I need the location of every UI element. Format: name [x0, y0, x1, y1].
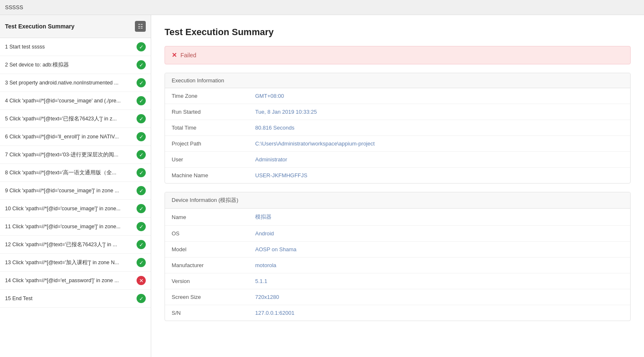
- sidebar-item[interactable]: 12 Click 'xpath=//*[@text='已报名76423人']' …: [0, 236, 151, 254]
- sidebar-item[interactable]: 10 Click 'xpath=//*[@id='course_image']'…: [0, 200, 151, 218]
- row-value: 5.1.1: [248, 273, 630, 289]
- sidebar-item-label: 7 Click 'xpath=//*[@text='03-进行更深层次的阅...: [5, 151, 137, 158]
- failure-icon: ✕: [137, 276, 146, 285]
- sidebar-item[interactable]: 13 Click 'xpath=//*[@text='加入课程']' in zo…: [0, 254, 151, 272]
- table-row: Project PathC:\Users\Administrator\works…: [165, 136, 630, 152]
- row-label: Manufacturer: [165, 258, 248, 273]
- table-row: Machine NameUSER-JKFMHGFFJS: [165, 168, 630, 184]
- sidebar-item[interactable]: 9 Click 'xpath=//*[@id='course_image']' …: [0, 182, 151, 200]
- row-label: OS: [165, 226, 248, 242]
- row-value: Administrator: [248, 152, 630, 168]
- table-row: Run StartedTue, 8 Jan 2019 10:33:25: [165, 104, 630, 120]
- sidebar-item-label: 9 Click 'xpath=//*[@id='course_image']' …: [5, 188, 137, 194]
- grid-icon[interactable]: ☷: [135, 21, 146, 32]
- success-icon: ✓: [137, 258, 146, 267]
- success-icon: ✓: [137, 78, 146, 87]
- row-value: GMT+08:00: [248, 88, 630, 104]
- device-info-header: Device Information (模拟器): [165, 192, 630, 209]
- device-info-table: Name模拟器OSAndroidModelAOSP on ShamaManufa…: [165, 209, 630, 321]
- row-value: motorola: [248, 258, 630, 273]
- row-value: Android: [248, 226, 630, 242]
- row-value: C:\Users\Administrator\workspace\appium-…: [248, 136, 630, 152]
- main-layout: Test Execution Summary ☷ 1 Start test ss…: [0, 15, 644, 357]
- sidebar-item[interactable]: 4 Click 'xpath=//*[@id='course_image' an…: [0, 92, 151, 110]
- sidebar-item-label: 2 Set device to: adb:模拟器: [5, 61, 137, 69]
- row-value: Tue, 8 Jan 2019 10:33:25: [248, 104, 630, 120]
- main-content: Test Execution Summary ✕ Failed Executio…: [151, 15, 644, 357]
- row-label: S/N: [165, 305, 248, 321]
- row-label: Run Started: [165, 104, 248, 120]
- sidebar-item-label: 13 Click 'xpath=//*[@text='加入课程']' in zo…: [5, 259, 137, 266]
- sidebar-item[interactable]: 15 End Test✓: [0, 290, 151, 308]
- page-title: Test Execution Summary: [165, 27, 631, 38]
- sidebar-item[interactable]: 11 Click 'xpath=//*[@id='course_image']'…: [0, 218, 151, 236]
- sidebar-item-label: 1 Start test sssss: [5, 44, 137, 50]
- row-value: AOSP on Shama: [248, 242, 630, 258]
- sidebar-scroll[interactable]: 1 Start test sssss✓2 Set device to: adb:…: [0, 38, 151, 357]
- table-row: UserAdministrator: [165, 152, 630, 168]
- table-row: Version5.1.1: [165, 273, 630, 289]
- sidebar-item-label: 6 Click 'xpath=//*[@id='ll_enroll']' in …: [5, 134, 137, 140]
- success-icon: ✓: [137, 186, 146, 195]
- row-value: 127.0.0.1:62001: [248, 305, 630, 321]
- table-row: OSAndroid: [165, 226, 630, 242]
- success-icon: ✓: [137, 132, 146, 141]
- sidebar-item-label: 8 Click 'xpath=//*[@text='高一语文通用版（全...: [5, 169, 137, 176]
- row-label: Total Time: [165, 120, 248, 136]
- sidebar-item[interactable]: 7 Click 'xpath=//*[@text='03-进行更深层次的阅...…: [0, 146, 151, 164]
- success-icon: ✓: [137, 42, 146, 51]
- row-label: Machine Name: [165, 168, 248, 184]
- success-icon: ✓: [137, 222, 146, 231]
- table-row: Time ZoneGMT+08:00: [165, 88, 630, 104]
- sidebar-item-label: 15 End Test: [5, 296, 137, 301]
- row-value: 模拟器: [248, 209, 630, 226]
- table-row: Screen Size720x1280: [165, 289, 630, 305]
- table-row: ModelAOSP on Shama: [165, 242, 630, 258]
- success-icon: ✓: [137, 150, 146, 159]
- success-icon: ✓: [137, 204, 146, 213]
- sidebar-item-label: 12 Click 'xpath=//*[@text='已报名76423人']' …: [5, 241, 137, 248]
- row-label: Model: [165, 242, 248, 258]
- row-label: Project Path: [165, 136, 248, 152]
- sidebar-item-label: 10 Click 'xpath=//*[@id='course_image']'…: [5, 206, 137, 212]
- sidebar-item[interactable]: 3 Set property android.native.nonInstrum…: [0, 74, 151, 92]
- sidebar-item[interactable]: 14 Click 'xpath=//*[@id='et_password']' …: [0, 272, 151, 290]
- success-icon: ✓: [137, 294, 146, 303]
- success-icon: ✓: [137, 114, 146, 123]
- row-label: User: [165, 152, 248, 168]
- sidebar-item[interactable]: 5 Click 'xpath=//*[@text='已报名76423人']' i…: [0, 110, 151, 128]
- execution-info-card: Execution Information Time ZoneGMT+08:00…: [165, 73, 631, 184]
- execution-info-table: Time ZoneGMT+08:00Run StartedTue, 8 Jan …: [165, 88, 630, 183]
- table-row: Name模拟器: [165, 209, 630, 226]
- row-label: Screen Size: [165, 289, 248, 305]
- table-row: Total Time80.816 Seconds: [165, 120, 630, 136]
- device-info-card: Device Information (模拟器) Name模拟器OSAndroi…: [165, 192, 631, 321]
- sidebar-item[interactable]: 2 Set device to: adb:模拟器✓: [0, 56, 151, 74]
- sidebar-item-label: 14 Click 'xpath=//*[@id='et_password']' …: [5, 278, 137, 283]
- sidebar-item-label: 11 Click 'xpath=//*[@id='course_image']'…: [5, 224, 137, 230]
- sidebar-item[interactable]: 8 Click 'xpath=//*[@text='高一语文通用版（全...✓: [0, 164, 151, 182]
- row-label: Version: [165, 273, 248, 289]
- sidebar-item-label: 4 Click 'xpath=//*[@id='course_image' an…: [5, 98, 137, 104]
- success-icon: ✓: [137, 60, 146, 69]
- sidebar: Test Execution Summary ☷ 1 Start test ss…: [0, 15, 151, 357]
- failed-x-icon: ✕: [172, 51, 177, 59]
- success-icon: ✓: [137, 240, 146, 249]
- execution-info-header: Execution Information: [165, 73, 630, 88]
- sidebar-item[interactable]: 6 Click 'xpath=//*[@id='ll_enroll']' in …: [0, 128, 151, 146]
- sidebar-item[interactable]: 1 Start test sssss✓: [0, 38, 151, 56]
- sidebar-header: Test Execution Summary ☷: [0, 15, 151, 38]
- sidebar-item-label: 5 Click 'xpath=//*[@text='已报名76423人']' i…: [5, 115, 137, 122]
- row-label: Name: [165, 209, 248, 226]
- sidebar-item-label: 3 Set property android.native.nonInstrum…: [5, 80, 137, 86]
- sidebar-title: Test Execution Summary: [5, 23, 74, 30]
- app-title: SSSSS: [5, 4, 23, 10]
- success-icon: ✓: [137, 96, 146, 105]
- row-value: USER-JKFMHGFFJS: [248, 168, 630, 184]
- app-title-bar: SSSSS: [0, 0, 644, 15]
- table-row: Manufacturermotorola: [165, 258, 630, 273]
- failed-banner: ✕ Failed: [165, 46, 631, 64]
- row-value: 80.816 Seconds: [248, 120, 630, 136]
- row-label: Time Zone: [165, 88, 248, 104]
- success-icon: ✓: [137, 168, 146, 177]
